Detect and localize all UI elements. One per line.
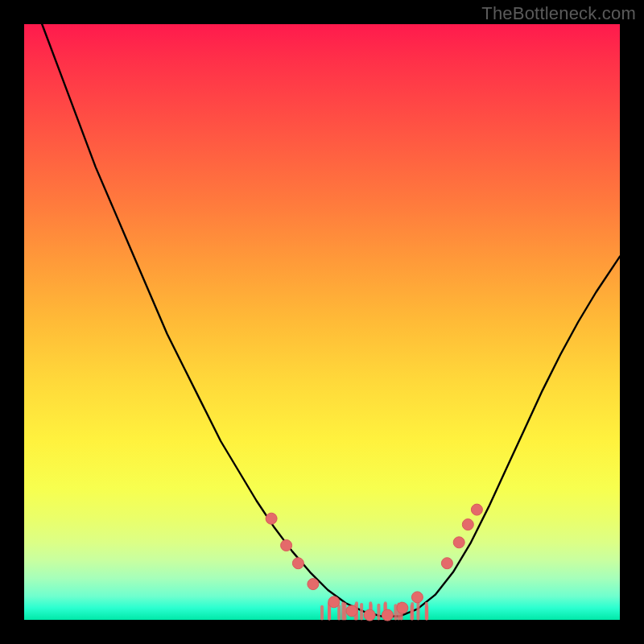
watermark-text: TheBottleneck.com (481, 3, 636, 24)
curve-markers (266, 504, 482, 621)
curve-marker (266, 513, 277, 524)
curve-marker (453, 537, 464, 548)
curve-marker (346, 605, 357, 617)
curve-marker (397, 602, 408, 613)
curve-marker (462, 519, 473, 530)
curve-marker (292, 558, 303, 569)
curve-marker (441, 558, 452, 569)
curve-marker (471, 504, 482, 515)
curve-marker (411, 592, 423, 603)
curve-marker (281, 540, 292, 551)
curve-svg (24, 24, 620, 620)
bottleneck-curve (24, 0, 620, 617)
curve-marker (364, 609, 375, 621)
chart-frame: TheBottleneck.com (0, 0, 644, 644)
curve-marker (328, 597, 340, 608)
plot-area (24, 24, 620, 620)
curve-marker (382, 609, 393, 621)
curve-marker (308, 579, 319, 590)
